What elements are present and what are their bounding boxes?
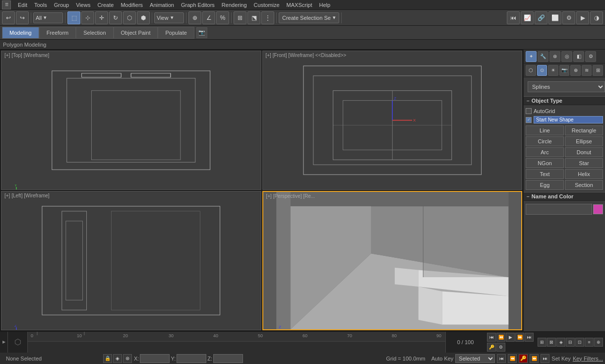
shape-btn-line[interactable]: Line (526, 125, 564, 135)
tab-freeform[interactable]: Freeform (39, 27, 76, 39)
panel-icon-geometry[interactable]: ⬡ (526, 65, 536, 76)
viewport-perspective[interactable]: [+] [Perspective] [Re... (262, 191, 523, 330)
panel-icon-utilities[interactable]: ⚙ (585, 51, 596, 62)
prev-frame-btn[interactable]: ⏮ (507, 11, 520, 24)
goto-start-btn[interactable]: ⏮ (487, 333, 496, 342)
panel-icon-motion[interactable]: ◎ (561, 51, 572, 62)
menu-customize[interactable]: Customize (251, 1, 283, 9)
goto-end-btn[interactable]: ⏭ (525, 333, 534, 342)
shape-btn-donut[interactable]: Donut (565, 147, 603, 157)
menu-views[interactable]: Views (73, 1, 93, 9)
camera-icon-btn[interactable]: 📷 (196, 27, 207, 38)
menu-modifiers[interactable]: Modifiers (118, 1, 146, 9)
shape-btn-ngon[interactable]: NGon (526, 158, 564, 168)
timeline-keyframe-area[interactable] (28, 342, 445, 353)
panel-icon-helpers[interactable]: ⊕ (570, 65, 581, 76)
menu-create[interactable]: Create (94, 1, 117, 9)
panel-icon-lights[interactable]: ☀ (548, 65, 558, 76)
panel-icon-modify[interactable]: 🔧 (538, 51, 548, 62)
goto-start-btn2[interactable]: ⏮ (497, 354, 506, 363)
next-key-btn[interactable]: ⏩ (530, 354, 539, 363)
menu-rendering[interactable]: Rendering (219, 1, 250, 9)
play-btn[interactable]: ▶ (506, 333, 515, 342)
undo-btn[interactable]: ↩ (2, 11, 15, 24)
start-new-shape-checkbox[interactable]: ✓ (526, 117, 532, 123)
menu-animation[interactable]: Animation (147, 1, 177, 9)
timeline-track[interactable]: 0 10 20 30 40 50 60 70 80 90 100 (28, 332, 445, 353)
select-region-btn[interactable]: ⊹ (81, 11, 94, 24)
menu-edit[interactable]: Edit (15, 1, 30, 9)
app-menu-btn[interactable]: ☰ (2, 0, 11, 9)
autogrid-checkbox[interactable] (526, 108, 532, 114)
viewport-left[interactable]: [+] [Left] [Wireframe] Y Z (1, 191, 261, 330)
rb7[interactable]: ⊕ (594, 338, 603, 347)
panel-icon-cameras[interactable]: 📷 (559, 65, 570, 76)
rb1[interactable]: ⊞ (538, 338, 546, 347)
menu-help[interactable]: Help (316, 1, 334, 9)
key-icon-btn[interactable]: 🔑 (519, 354, 528, 363)
curve-editor-btn[interactable]: 📈 (521, 11, 534, 24)
start-new-shape-btn[interactable]: Start New Shape (534, 116, 603, 123)
shape-btn-star[interactable]: Star (565, 158, 603, 168)
create-selection-dropdown[interactable]: Create Selection Se ▾ (279, 12, 339, 23)
select-btn[interactable]: ⬚ (67, 11, 80, 24)
material-btn[interactable]: ⬜ (548, 11, 561, 24)
snap-angle-btn[interactable]: ∠ (202, 11, 215, 24)
key-mode-btn[interactable]: 🔑 (487, 343, 496, 352)
lock-icon-btn[interactable]: 🔒 (103, 354, 112, 363)
shape-btn-arc[interactable]: Arc (526, 147, 564, 157)
shape-btn-ellipse[interactable]: Ellipse (565, 136, 603, 146)
align-btn[interactable]: ⋮ (261, 11, 274, 24)
view-dropdown[interactable]: View ▾ (154, 12, 184, 23)
menu-group[interactable]: Group (51, 1, 72, 9)
rb5[interactable]: ⊡ (575, 338, 584, 347)
timeline-expand-btn[interactable]: ▶ (0, 332, 8, 353)
selection-filter-dropdown[interactable]: All ▾ (33, 12, 63, 23)
axis-btn[interactable]: ⊞ (234, 11, 246, 24)
prev-key-btn[interactable]: ⏪ (508, 354, 517, 363)
viewport-top[interactable]: [+] [Top] [Wireframe] (1, 51, 261, 190)
rb2[interactable]: ⊠ (547, 338, 556, 347)
prev-frame-btn2[interactable]: ⏪ (496, 333, 505, 342)
select-scale-btn[interactable]: ⬡ (123, 11, 136, 24)
schematic-btn[interactable]: 🔗 (535, 11, 547, 24)
anim-icon-btn[interactable]: ⊛ (123, 354, 132, 363)
tab-object-paint[interactable]: Object Paint (114, 27, 158, 39)
name-color-header[interactable]: − Name and Color (524, 192, 605, 201)
next-frame-btn[interactable]: ⏩ (515, 333, 524, 342)
active-shade-btn[interactable]: ◑ (590, 11, 603, 24)
shape-btn-section[interactable]: Section (565, 180, 603, 190)
select-rotate-btn[interactable]: ↻ (109, 11, 122, 24)
viewport-front[interactable]: [+] [Front] [Wireframe] <<Disabled>> (262, 51, 523, 190)
goto-end-btn2[interactable]: ⏭ (541, 354, 549, 363)
render-btn[interactable]: ▶ (576, 11, 589, 24)
object-type-header[interactable]: − Object Type (524, 96, 605, 105)
rb3[interactable]: ◈ (556, 338, 565, 347)
panel-icon-systems[interactable]: ⊞ (593, 65, 603, 76)
snap-percent-btn[interactable]: % (216, 11, 229, 24)
shape-btn-egg[interactable]: Egg (526, 180, 564, 190)
tab-populate[interactable]: Populate (158, 27, 194, 39)
rb4[interactable]: ⊟ (566, 338, 575, 347)
panel-icon-create[interactable]: ✦ (526, 51, 537, 62)
shape-btn-rectangle[interactable]: Rectangle (565, 125, 603, 135)
redo-btn[interactable]: ↪ (16, 11, 29, 24)
menu-graph-editors[interactable]: Graph Editors (178, 1, 218, 9)
select-type-btn[interactable]: ⬢ (137, 11, 150, 24)
menu-maxscript[interactable]: MAXScript (284, 1, 315, 9)
shape-btn-helix[interactable]: Helix (565, 169, 603, 179)
select-move-btn[interactable]: ✛ (95, 11, 108, 24)
color-swatch[interactable] (593, 204, 603, 214)
panel-icon-display[interactable]: ◧ (573, 51, 584, 62)
y-input[interactable] (177, 354, 206, 363)
tab-selection[interactable]: Selection (76, 27, 113, 39)
mirror-btn[interactable]: ⬔ (247, 11, 260, 24)
rb6[interactable]: ≡ (585, 338, 594, 347)
shape-btn-text[interactable]: Text (526, 169, 564, 179)
z-input[interactable] (213, 354, 243, 363)
splines-dropdown[interactable]: Splines (528, 81, 605, 92)
x-input[interactable] (140, 354, 170, 363)
panel-icon-hierarchy[interactable]: ⊛ (549, 51, 560, 62)
env-icon-btn[interactable]: ◈ (113, 354, 122, 363)
autokey-dropdown[interactable]: Selected (455, 354, 495, 363)
